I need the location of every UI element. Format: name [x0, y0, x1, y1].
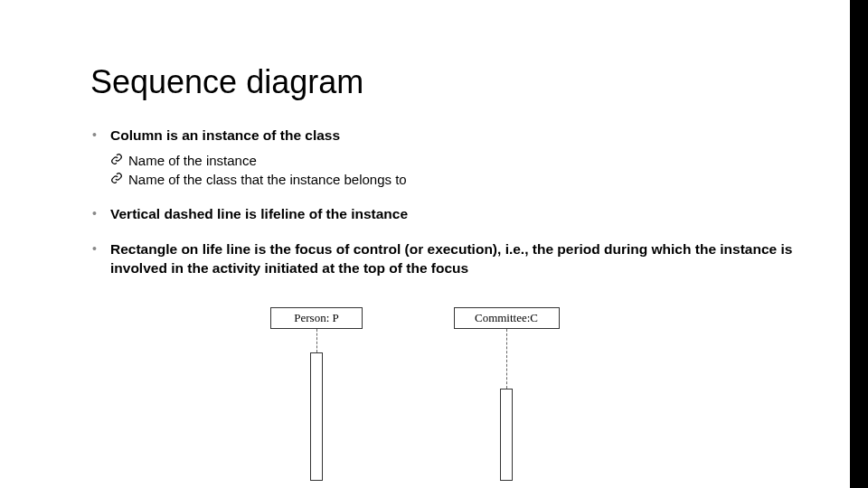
bullet-1-sub-2: Name of the class that the instance belo… — [110, 170, 805, 189]
bullet-1-sub-2-text: Name of the class that the instance belo… — [128, 172, 407, 187]
focus-rect-person — [310, 352, 323, 481]
bullet-1-sub-1-text: Name of the instance — [128, 153, 257, 168]
lifeline-dash-committee — [506, 329, 507, 389]
bullet-1-sublist: Name of the instance Name of the class t… — [110, 151, 805, 189]
bullet-2-text: Vertical dashed line is lifeline of the … — [110, 206, 408, 221]
sequence-diagram: Person: P Committee:C — [262, 307, 624, 479]
slide-sidebar-accent — [850, 0, 868, 488]
lifeline-person: Person: P — [262, 307, 371, 329]
slide-content: Sequence diagram Column is an instance o… — [90, 63, 805, 295]
bullet-3: Rectangle on life line is the focus of c… — [90, 240, 805, 278]
link-icon — [110, 172, 123, 184]
lifeline-dash-person — [316, 329, 317, 352]
bullet-list: Column is an instance of the class Name … — [90, 127, 805, 278]
bullet-1: Column is an instance of the class Name … — [90, 127, 805, 189]
bullet-3-text: Rectangle on life line is the focus of c… — [110, 241, 792, 276]
bullet-1-sub-1: Name of the instance — [110, 151, 805, 170]
object-box-person: Person: P — [270, 307, 363, 329]
focus-rect-committee — [500, 389, 513, 481]
slide-title: Sequence diagram — [90, 63, 805, 101]
bullet-1-text: Column is an instance of the class — [110, 127, 340, 143]
bullet-2: Vertical dashed line is lifeline of the … — [90, 205, 805, 224]
lifeline-committee: Committee:C — [452, 307, 561, 329]
object-box-committee: Committee:C — [454, 307, 560, 329]
slide: Sequence diagram Column is an instance o… — [0, 0, 868, 488]
link-icon — [110, 153, 123, 165]
